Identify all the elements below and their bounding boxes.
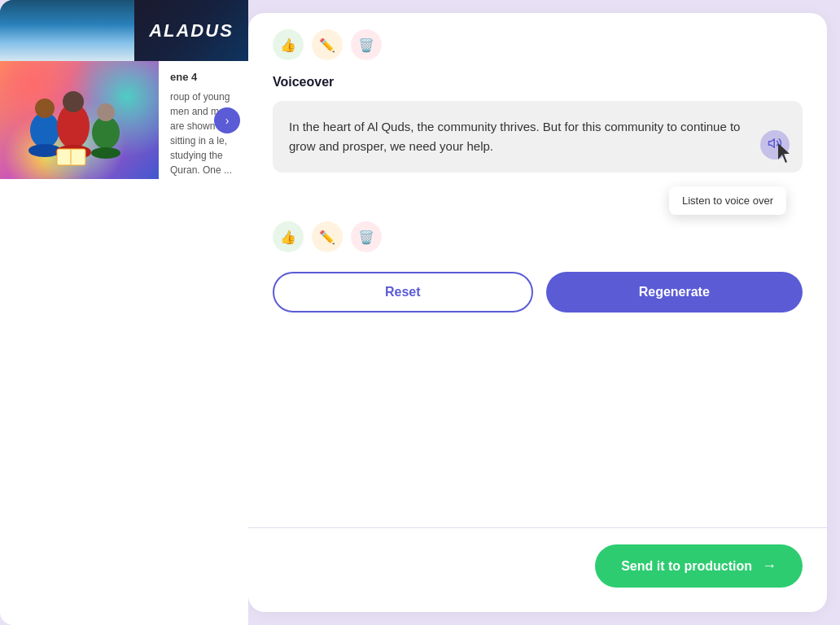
content-area: 👍 ✏️ 🗑️ Voiceover In the heart of Al Qud… — [248, 13, 827, 527]
logo-bar: ALADUS — [134, 0, 248, 61]
arrow-icon: → — [762, 557, 777, 575]
svg-marker-12 — [769, 139, 775, 148]
scene-4-image — [0, 61, 159, 179]
delete-button-top[interactable]: 🗑️ — [351, 29, 382, 60]
voiceover-text: In the heart of Al Quds, the community t… — [289, 117, 786, 156]
tooltip-text: Listen to voice over — [682, 194, 773, 207]
cursor-indicator — [778, 143, 794, 164]
svg-point-9 — [91, 147, 120, 159]
logo-text: ALADUS — [149, 20, 234, 42]
people-illustration — [0, 61, 159, 179]
top-action-icons: 👍 ✏️ 🗑️ — [273, 29, 803, 60]
scene-top-image: ALADUS — [0, 0, 248, 61]
thumbs-up-icon-top: 👍 — [280, 37, 296, 53]
bottom-bar: Send it to production → — [248, 544, 827, 612]
thumbs-up-button-bottom[interactable]: 👍 — [273, 221, 304, 252]
right-panel: 👍 ✏️ 🗑️ Voiceover In the heart of Al Qud… — [248, 13, 827, 612]
trash-icon-bottom: 🗑️ — [358, 229, 374, 245]
tooltip: Listen to voice over — [669, 186, 786, 215]
svg-point-2 — [35, 98, 55, 118]
thumbs-up-icon-bottom: 👍 — [280, 229, 296, 245]
trash-icon-top: 🗑️ — [358, 37, 374, 53]
bottom-action-icons: 👍 ✏️ 🗑️ — [273, 221, 803, 252]
divider — [248, 527, 827, 528]
send-label: Send it to production — [621, 559, 752, 574]
reset-button[interactable]: Reset — [273, 272, 533, 312]
next-arrow-button[interactable]: › — [214, 107, 240, 133]
scene-4-description: roup of young men and men are shown sitt… — [170, 90, 237, 177]
delete-button-bottom[interactable]: 🗑️ — [351, 221, 382, 252]
send-to-production-button[interactable]: Send it to production → — [595, 544, 803, 588]
svg-point-4 — [63, 91, 84, 112]
scene-4-number: ene 4 — [170, 71, 237, 83]
left-panel: ALADUS — [0, 0, 248, 625]
svg-point-6 — [97, 103, 115, 121]
edit-button-top[interactable]: ✏️ — [312, 29, 343, 60]
svg-marker-13 — [778, 143, 790, 163]
edit-button-bottom[interactable]: ✏️ — [312, 221, 343, 252]
regenerate-button[interactable]: Regenerate — [546, 272, 803, 312]
voiceover-box: In the heart of Al Quds, the community t… — [273, 101, 803, 173]
voiceover-label: Voiceover — [273, 75, 803, 90]
edit-icon-bottom: ✏️ — [319, 229, 335, 245]
edit-icon-top: ✏️ — [319, 37, 335, 53]
scene-4-card: ene 4 roup of young men and men are show… — [0, 61, 248, 179]
thumbs-up-button-top[interactable]: 👍 — [273, 29, 304, 60]
action-buttons-row: Reset Regenerate — [273, 272, 803, 312]
main-container: ALADUS — [0, 0, 840, 625]
